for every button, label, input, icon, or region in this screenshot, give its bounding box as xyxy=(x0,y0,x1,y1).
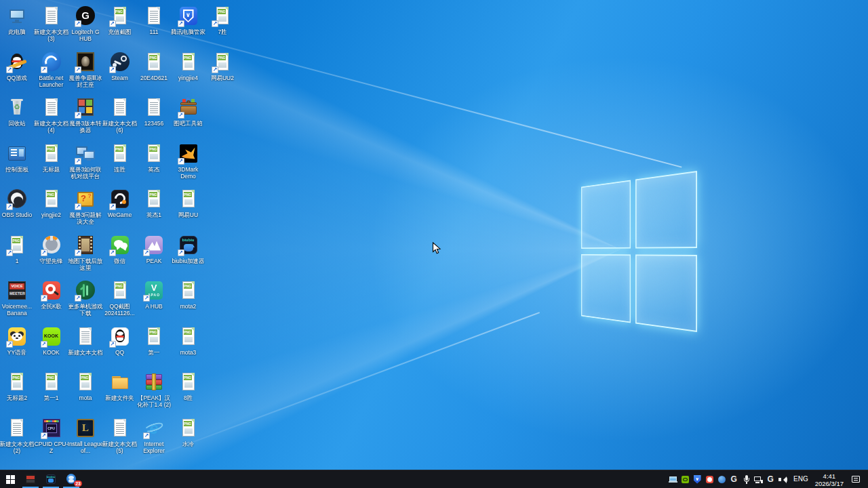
desktop-icon[interactable]: ↗PEAK xyxy=(137,233,171,278)
desktop-icon-label: Install League of... xyxy=(67,441,104,454)
desktop-icon[interactable]: ↗3DMark Demo xyxy=(172,142,205,186)
taskbar-clock[interactable]: 4:41 2026/3/17 xyxy=(813,471,848,487)
desktop-icon[interactable]: VOICEMEETERVoicemee... Banana xyxy=(0,279,34,323)
desktop-icon[interactable]: LInstall League of... xyxy=(68,416,102,461)
desktop-icon[interactable]: 新建文本文档 (3) xyxy=(35,4,68,49)
desktop-icon[interactable]: 123456 xyxy=(137,96,171,140)
desktop-icon[interactable]: CPU↗CPUID CPU-Z xyxy=(35,416,68,461)
volume-tray-icon[interactable] xyxy=(778,474,788,485)
desktop-icon[interactable]: 新建文本文档 (6) xyxy=(103,96,137,140)
shortcut-arrow-icon: ↗ xyxy=(109,341,116,348)
desktop-icon[interactable]: ↗微信 xyxy=(103,233,137,278)
desktop-icon-label: 英杰1 xyxy=(136,211,172,218)
desktop-icon[interactable]: ↗YY语音 xyxy=(0,325,34,369)
logitech-icon: G↗ xyxy=(75,5,96,27)
desktop-icon[interactable]: 111 xyxy=(137,4,171,49)
desktop-icon[interactable]: ↗QQ xyxy=(103,325,137,369)
shortcut-arrow-icon: ↗ xyxy=(143,295,150,302)
desktop-icon[interactable]: 新建文本文档 xyxy=(68,325,102,369)
desktop-icon[interactable]: PNG无标题2 xyxy=(0,370,34,415)
desktop-icon[interactable]: PNG第一1 xyxy=(35,370,68,415)
shortcut-arrow-icon: ↗ xyxy=(75,249,81,256)
desktop-icon[interactable]: 新建文本文档 (4) xyxy=(35,96,68,140)
desktop-icon[interactable]: ♻回收站 xyxy=(0,96,34,140)
desktop-icon[interactable]: ??↗魔兽3问题解决大全 xyxy=(68,187,102,232)
desktop-icon[interactable]: ↗更多单机游戏下载 xyxy=(68,279,102,323)
desktop-icon[interactable]: ↗OBS Studio xyxy=(0,187,34,232)
desktop-icon[interactable]: PNGyingjie2 xyxy=(35,187,68,232)
desktop-icon[interactable]: PNGyingjie4 xyxy=(172,50,205,95)
desktop-icon[interactable]: 新建文本文档 (2) xyxy=(0,416,34,461)
desktop-icon[interactable]: PNG↗充值截图 xyxy=(103,4,137,49)
desktop-icon[interactable]: PNG↗1 xyxy=(0,233,34,278)
desktop-icon[interactable]: 新建文件夹 xyxy=(103,370,137,415)
taskbar-app-biubiu[interactable]: biubiu xyxy=(41,470,61,488)
desktop-icon[interactable]: ↗魔兽争霸Ⅲ冰封王座 xyxy=(68,50,102,95)
desktop-icon[interactable]: PNG连胜 xyxy=(103,142,137,186)
globe-tray-icon[interactable] xyxy=(717,474,727,485)
nvidia-tray-icon[interactable] xyxy=(680,474,690,485)
desktop-icon[interactable]: ↗Steam xyxy=(103,50,137,95)
desktop-icon[interactable]: PNG网易UU xyxy=(172,187,205,232)
shortcut-arrow-icon: ↗ xyxy=(6,341,13,348)
network-tray-icon[interactable] xyxy=(753,474,764,485)
desktop-icon[interactable]: PNG英杰 xyxy=(137,142,171,186)
desktop-icon-label: 123456 xyxy=(136,120,172,127)
desktop-icon[interactable]: 新建文本文档 (5) xyxy=(103,416,137,461)
ie-icon: e↗ xyxy=(143,418,165,439)
desktop-icon[interactable]: PNG水冷 xyxy=(172,416,205,461)
desktop-icon[interactable]: PNGQQ截图 20241126... xyxy=(103,279,137,323)
desktop-icon-label: yingjie2 xyxy=(33,211,70,218)
desktop-icon[interactable]: PNG20E4D621 xyxy=(137,50,171,95)
desktop-icon[interactable]: PNG第一 xyxy=(137,325,171,369)
taskbar-app-qq[interactable]: 23 xyxy=(61,470,81,488)
desktop-icon[interactable]: PNGmota3 xyxy=(172,325,205,369)
desktop-icon[interactable]: ↗Battle.net Launcher xyxy=(35,50,68,95)
action-center-button[interactable] xyxy=(851,474,861,485)
desktop-icon[interactable]: PNG英杰1 xyxy=(137,187,171,232)
txt-icon xyxy=(41,97,62,119)
wechat-icon: ↗ xyxy=(109,235,131,256)
laptop-tray-icon[interactable] xyxy=(668,474,678,485)
desktop-icon[interactable]: ↗QQ游戏 xyxy=(0,50,34,95)
desktop-icon[interactable]: PNGmota2 xyxy=(172,279,205,323)
desktop-icon[interactable]: ↗WeGame xyxy=(103,187,137,232)
desktop-icon-label: 回收站 xyxy=(0,120,35,127)
security-shield-tray-icon[interactable]: ∨ xyxy=(692,474,703,485)
png-icon: PNG xyxy=(109,280,131,302)
desktop-icon[interactable]: e↗Internet Explorer xyxy=(137,416,171,461)
desktop-icon[interactable]: ↗魔兽3如何联机对战平台 xyxy=(68,142,102,186)
desktop-icon[interactable]: PNGmota xyxy=(68,370,102,415)
desktop-icon[interactable]: VAPAO↗A HUB xyxy=(137,279,171,323)
logitech-g-tray-icon[interactable]: G xyxy=(729,474,739,485)
desktop-icon[interactable]: KOOK↗KOOK xyxy=(35,325,68,369)
desktop-icon[interactable]: 此电脑 xyxy=(0,4,34,49)
desktop-icon-label: 第一 xyxy=(136,349,172,356)
war3-icon: ↗ xyxy=(75,52,96,73)
desktop-icon[interactable]: ∨↗腾讯电脑管家 xyxy=(172,4,205,49)
desktop-icon[interactable]: ↗魔兽3版本转换器 xyxy=(68,96,102,140)
start-button[interactable] xyxy=(0,470,20,488)
shortcut-arrow-icon: ↗ xyxy=(6,203,13,210)
language-indicator[interactable]: ENG xyxy=(789,470,813,488)
logitech-g-hub-tray-icon[interactable]: G xyxy=(766,474,776,485)
microphone-tray-icon[interactable] xyxy=(741,474,751,485)
desktop-icon[interactable]: ↗守望先锋 xyxy=(35,233,68,278)
desktop-icon[interactable]: ↗全民K歌 xyxy=(35,279,68,323)
karaoke-tray-icon[interactable] xyxy=(705,474,715,485)
desktop-icon[interactable]: 【PEAK】汉化补丁1.4 (2) xyxy=(137,370,171,415)
desktop-icon[interactable]: PNG8胜 xyxy=(172,370,205,415)
desktop-icon[interactable]: PNG↗网易UU2 xyxy=(205,50,239,95)
taskbar-app-voicemeeter[interactable] xyxy=(20,470,41,488)
desktop-icon[interactable]: 控制面板 xyxy=(0,142,34,186)
desktop-icon[interactable]: ↗地图下载后放这里 xyxy=(68,233,102,278)
desktop-icon[interactable]: ↗图吧工具箱 xyxy=(172,96,205,140)
desktop-icon-label: yingjie4 xyxy=(170,75,207,81)
desktop-icon-label: 无标题2 xyxy=(0,394,35,401)
desktop-icon[interactable]: PNG无标题 xyxy=(35,142,68,186)
desktop-icon-label: Steam xyxy=(102,75,138,81)
desktop-icon[interactable]: G↗Logitech G HUB xyxy=(68,4,102,49)
desktop-icon[interactable]: biubiu↗biubiu加速器 xyxy=(172,233,205,278)
desktop-icon[interactable]: PNG↗7胜 xyxy=(205,4,239,49)
png-icon: PNG xyxy=(41,143,62,165)
